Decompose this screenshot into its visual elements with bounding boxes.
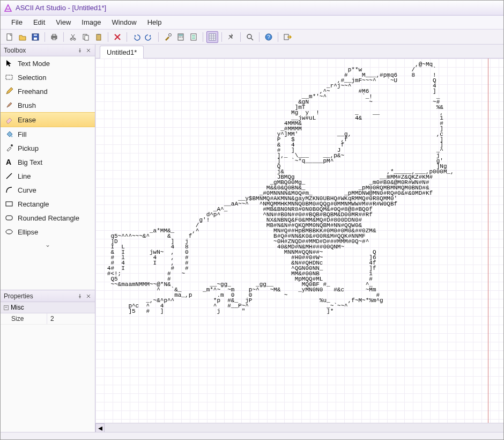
toolbar-delete-button[interactable] xyxy=(112,31,123,43)
svg-rect-12 xyxy=(98,34,100,35)
svg-rect-5 xyxy=(53,34,56,36)
svg-rect-0 xyxy=(7,34,12,40)
tool-freehand[interactable]: Freehand xyxy=(1,84,95,98)
right-margin-guide xyxy=(488,58,488,423)
menu-file[interactable]: File xyxy=(6,17,28,28)
svg-rect-20 xyxy=(209,34,216,40)
menu-window[interactable]: Window xyxy=(106,17,142,28)
tool-label: Pickup xyxy=(18,144,39,152)
properties-category[interactable]: − Misc xyxy=(1,302,95,313)
toolbar-separator xyxy=(240,32,241,42)
toolbar-separator xyxy=(203,32,203,42)
tool-label: Selection xyxy=(18,74,46,82)
tool-ellipse[interactable]: Ellipse xyxy=(1,225,95,239)
pin-icon[interactable] xyxy=(77,47,83,54)
svg-rect-30 xyxy=(6,216,12,220)
document-area: Untitled1* ,@~Mq xyxy=(95,45,503,432)
svg-point-21 xyxy=(247,34,251,39)
properties-title: Properties xyxy=(4,292,33,300)
toolbar-exit-button[interactable] xyxy=(281,31,293,43)
tool-label: Big Text xyxy=(18,158,42,166)
A-icon: A xyxy=(5,158,13,166)
toolbar-paste-button[interactable] xyxy=(93,31,105,43)
tool-erase[interactable]: Erase xyxy=(1,112,95,127)
tool-label: Curve xyxy=(18,186,36,194)
menu-edit[interactable]: Edit xyxy=(28,17,50,28)
property-key: Size xyxy=(1,313,47,324)
toolbox-dropdown[interactable]: ⌄ xyxy=(1,239,95,251)
line-icon xyxy=(5,172,13,180)
close-icon[interactable] xyxy=(85,47,92,54)
toolbar-print-button[interactable] xyxy=(48,31,60,43)
tool-text-mode[interactable]: Text Mode xyxy=(1,56,95,70)
window-title: ASCII Art Studio - [Untitled1*] xyxy=(16,4,106,12)
svg-rect-16 xyxy=(179,36,180,38)
tool-label: Ellipse xyxy=(18,228,38,236)
brush-icon xyxy=(5,101,13,109)
toolbar-pin-button[interactable] xyxy=(225,31,237,43)
tool-rectangle[interactable]: Rectangle xyxy=(1,197,95,211)
svg-rect-10 xyxy=(85,35,88,40)
tab-strip: Untitled1* xyxy=(95,45,503,58)
svg-rect-11 xyxy=(97,34,101,40)
rrect-icon xyxy=(5,214,13,222)
tab-untitled[interactable]: Untitled1* xyxy=(100,46,144,58)
menu-image[interactable]: Image xyxy=(76,17,106,28)
dropper-icon xyxy=(5,144,13,152)
toolbar-tools-button[interactable] xyxy=(162,31,174,43)
properties-grid: − Misc Size2 xyxy=(1,302,95,325)
toolbar-open-button[interactable] xyxy=(17,31,28,43)
bucket-icon xyxy=(5,130,13,138)
close-icon[interactable] xyxy=(85,293,92,299)
tool-label: Brush xyxy=(18,101,36,109)
toolbar-undo-button[interactable] xyxy=(130,31,142,43)
toolbox-title: Toolbox xyxy=(4,47,26,54)
editor-canvas[interactable]: ,@~Mq p**w / ` # M___,#pmq6 8 ! xyxy=(95,58,503,423)
toolbar-separator xyxy=(158,32,159,42)
horizontal-scrollbar[interactable]: ◂ xyxy=(95,423,503,432)
tool-brush[interactable]: Brush xyxy=(1,98,95,112)
tool-label: Rectangle xyxy=(18,200,49,208)
collapse-icon[interactable]: − xyxy=(4,305,9,310)
tool-selection[interactable]: Selection xyxy=(1,70,95,84)
toolbar-cut-button[interactable] xyxy=(67,31,79,43)
toolbar-settings-button[interactable] xyxy=(188,31,199,43)
properties-panel: Properties − Misc Size2 xyxy=(1,290,95,432)
toolbar-save-button[interactable] xyxy=(29,31,41,43)
rect-icon xyxy=(5,200,13,208)
toolbar-grid-button[interactable] xyxy=(206,31,218,43)
svg-rect-3 xyxy=(34,34,37,36)
tool-fill[interactable]: Fill xyxy=(1,127,95,141)
tool-big-text[interactable]: ABig Text xyxy=(1,155,95,169)
tool-pickup[interactable]: Pickup xyxy=(1,141,95,155)
scroll-track[interactable] xyxy=(105,423,503,432)
toolbar-new-button[interactable] xyxy=(4,31,16,43)
toolbar-redo-button[interactable] xyxy=(143,31,155,43)
toolbar-separator xyxy=(221,32,222,42)
toolbar-separator xyxy=(278,32,278,42)
tool-label: Freehand xyxy=(18,87,48,96)
scroll-left-icon[interactable]: ◂ xyxy=(95,423,105,432)
toolbar-separator xyxy=(127,32,127,42)
tool-label: Rounded Rectangle xyxy=(18,214,79,222)
marquee-icon xyxy=(5,73,13,82)
menu-view[interactable]: View xyxy=(50,17,76,28)
tool-label: Line xyxy=(18,172,31,180)
property-row[interactable]: Size2 xyxy=(1,313,95,325)
toolbar-calc-button[interactable] xyxy=(175,31,187,43)
menu-help[interactable]: Help xyxy=(142,17,167,28)
property-value[interactable]: 2 xyxy=(47,313,95,324)
svg-point-31 xyxy=(6,230,12,234)
pencil-icon xyxy=(5,87,13,96)
tool-curve[interactable]: Curve xyxy=(1,183,95,197)
toolbar-copy-button[interactable] xyxy=(80,31,92,43)
svg-rect-2 xyxy=(34,38,37,40)
toolbar-help-button[interactable]: ? xyxy=(263,31,275,43)
svg-rect-15 xyxy=(179,34,183,36)
work-area: Toolbox Text ModeSelectionFreehandBrushE… xyxy=(1,45,503,432)
tool-line[interactable]: Line xyxy=(1,169,95,183)
pin-icon[interactable] xyxy=(77,293,83,299)
tool-rounded-rectangle[interactable]: Rounded Rectangle xyxy=(1,211,95,225)
status-bar xyxy=(1,432,503,439)
toolbar-zoom-button[interactable] xyxy=(244,31,256,43)
